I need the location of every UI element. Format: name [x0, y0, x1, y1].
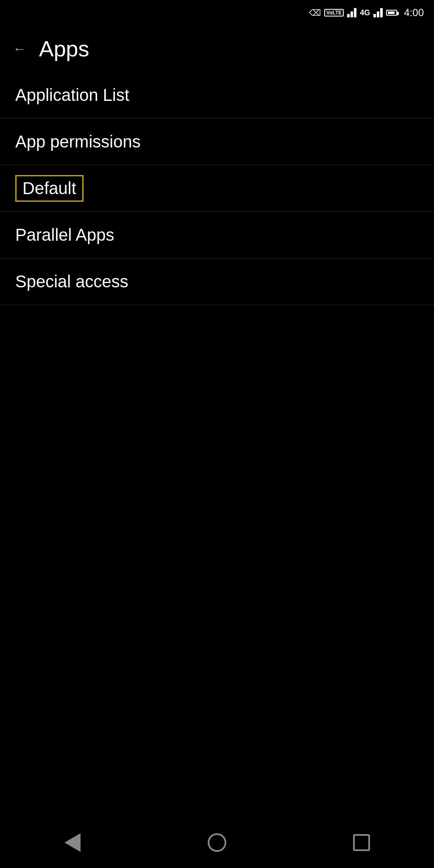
svg-marker-4	[377, 11, 379, 17]
menu-item-application-list[interactable]: Application List	[0, 72, 434, 119]
menu-item-label-app-permissions: App permissions	[15, 132, 141, 151]
page-title: Apps	[39, 36, 89, 61]
back-nav-button[interactable]	[56, 826, 89, 860]
vibrate-icon: ⌫	[309, 8, 321, 18]
menu-item-label-special-access: Special access	[15, 272, 128, 291]
recents-nav-icon	[353, 834, 370, 851]
back-button[interactable]: ←	[13, 41, 26, 57]
menu-item-parallel-apps[interactable]: Parallel Apps	[0, 212, 434, 259]
svg-marker-5	[380, 8, 383, 17]
status-time: 4:00	[404, 7, 424, 19]
bottom-nav	[0, 817, 434, 868]
svg-marker-0	[347, 14, 350, 17]
menu-item-label-default: Default	[15, 175, 83, 202]
menu-item-default[interactable]: Default	[0, 165, 434, 212]
recents-nav-button[interactable]	[345, 826, 378, 860]
signal-icon-2	[373, 8, 383, 17]
home-nav-icon	[208, 833, 226, 852]
volte-badge: VoLTE	[324, 9, 344, 17]
menu-item-special-access[interactable]: Special access	[0, 259, 434, 305]
svg-marker-1	[351, 11, 353, 17]
menu-item-label-application-list: Application List	[15, 86, 129, 105]
back-nav-icon	[64, 833, 81, 852]
home-nav-button[interactable]	[200, 826, 234, 860]
network-type-icon: 4G	[360, 8, 370, 17]
svg-marker-2	[354, 8, 356, 17]
menu-item-app-permissions[interactable]: App permissions	[0, 119, 434, 165]
status-icons: ⌫ VoLTE 4G 4:00	[309, 7, 424, 19]
battery-icon	[386, 10, 397, 16]
menu-list: Application ListApp permissionsDefaultPa…	[0, 72, 434, 817]
menu-item-label-parallel-apps: Parallel Apps	[15, 225, 114, 245]
status-bar: ⌫ VoLTE 4G 4:00	[0, 0, 434, 25]
signal-icon-1	[347, 8, 356, 17]
app-header: ← Apps	[0, 25, 434, 72]
svg-marker-3	[373, 14, 376, 17]
